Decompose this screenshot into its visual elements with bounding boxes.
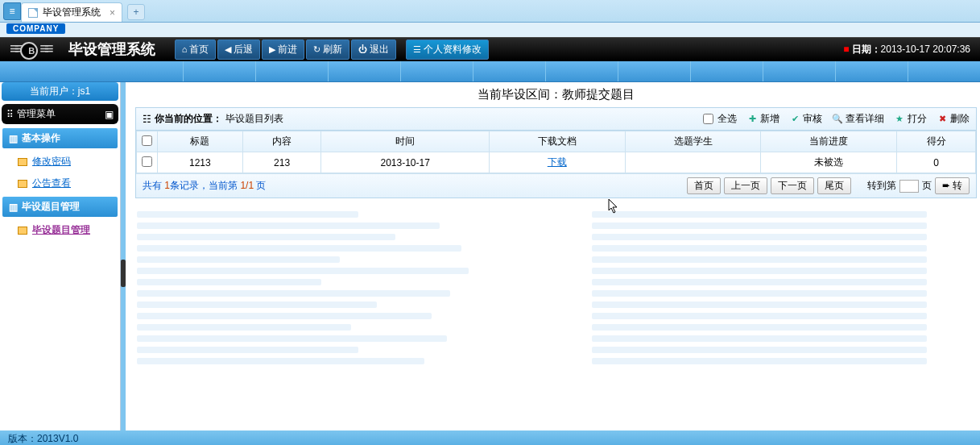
back-icon: ◀	[225, 44, 231, 55]
pager-goto-label: 转到第	[867, 179, 896, 193]
folder-icon	[18, 158, 27, 166]
app-header: ≡≡B≡≡ 毕设管理系统 ⌂首页 ◀后退 ▶前进 ↻刷新 ⏻退出 ☰个人资料修改…	[0, 37, 980, 61]
page-icon	[28, 8, 38, 18]
section-icon: ▥	[9, 202, 18, 213]
window-menu-button[interactable]: ≡	[3, 2, 21, 20]
pager-first[interactable]: 首页	[687, 177, 721, 194]
action-select-all[interactable]: 全选	[703, 112, 737, 126]
download-link[interactable]: 下载	[548, 156, 567, 168]
sub-header	[0, 61, 980, 82]
cell-score: 0	[897, 152, 976, 173]
current-user-badge: 当前用户：js1	[2, 82, 118, 101]
search-icon: 🔍	[832, 114, 843, 125]
list-icon: ☷	[143, 114, 151, 125]
cell-student	[625, 152, 761, 173]
company-tag: COMPANY	[6, 23, 65, 34]
nav-back[interactable]: ◀后退	[217, 40, 260, 60]
col-download: 下载文档	[489, 131, 625, 152]
col-content: 内容	[242, 131, 321, 152]
col-time: 时间	[321, 131, 489, 152]
action-delete[interactable]: ✖删除	[937, 112, 970, 126]
check-icon: ✔	[789, 114, 800, 125]
sidebar-item-password[interactable]: 修改密码	[0, 151, 120, 173]
cell-progress: 未被选	[761, 152, 897, 173]
cell-time: 2013-10-17	[321, 152, 489, 173]
browser-tabstrip: ≡ 毕设管理系统 × +	[0, 0, 980, 23]
forward-icon: ▶	[269, 44, 275, 55]
star-icon: ★	[894, 114, 905, 125]
col-title: 标题	[158, 131, 243, 152]
cell-content: 213	[242, 152, 321, 173]
browser-tab[interactable]: 毕设管理系统 ×	[21, 2, 122, 22]
delete-icon: ✖	[937, 114, 948, 125]
panel-header: ☷ 你当前的位置： 毕设题目列表 全选 ✚新增 ✔审核 🔍查看详细 ★打分 ✖删…	[136, 108, 976, 131]
pin-icon[interactable]: ▣	[105, 109, 114, 120]
nav-refresh[interactable]: ↻刷新	[306, 40, 349, 60]
panel-actions: 全选 ✚新增 ✔审核 🔍查看详细 ★打分 ✖删除	[703, 112, 970, 126]
tab-title: 毕设管理系统	[43, 6, 101, 19]
header-checkbox[interactable]	[142, 135, 152, 146]
nav-bar: ⌂首页 ◀后退 ▶前进 ↻刷新 ⏻退出 ☰个人资料修改	[175, 40, 490, 60]
nav-forward[interactable]: ▶前进	[262, 40, 304, 60]
action-audit[interactable]: ✔审核	[789, 112, 822, 126]
action-detail[interactable]: 🔍查看详细	[832, 112, 884, 126]
pager-prev[interactable]: 上一页	[724, 177, 767, 194]
pager-next[interactable]: 下一页	[771, 177, 814, 194]
pager-go-button[interactable]: ➨ 转	[935, 177, 970, 194]
row-checkbox[interactable]	[142, 156, 152, 167]
refresh-icon: ↻	[313, 44, 320, 55]
profile-icon: ☰	[413, 44, 421, 55]
logo-icon: ≡≡B≡≡	[10, 40, 49, 60]
logo: ≡≡B≡≡ 毕设管理系统	[10, 40, 155, 60]
data-table: 标题 内容 时间 下载文档 选题学生 当前进度 得分 1213 213 2013…	[136, 131, 976, 173]
pager-info: 共有 1条记录，当前第 1/1 页	[143, 179, 266, 193]
list-panel: ☷ 你当前的位置： 毕设题目列表 全选 ✚新增 ✔审核 🔍查看详细 ★打分 ✖删…	[135, 107, 977, 198]
table-header-row: 标题 内容 时间 下载文档 选题学生 当前进度 得分	[137, 131, 976, 152]
folder-icon	[18, 180, 27, 188]
footer-version: 版本：2013V1.0	[8, 433, 78, 444]
main-area: 当前毕设区间：教师提交题目 ☷ 你当前的位置： 毕设题目列表 全选 ✚新增 ✔审…	[126, 82, 980, 445]
company-bar: COMPANY	[0, 23, 980, 37]
power-icon: ⏻	[358, 44, 367, 54]
section-icon: ▥	[9, 133, 18, 144]
sidebar-item-topic-manage[interactable]: 毕设题目管理	[0, 219, 120, 241]
add-icon: ✚	[746, 114, 758, 125]
col-student: 选题学生	[625, 131, 761, 152]
nav-exit[interactable]: ⏻退出	[351, 40, 396, 60]
sidebar-section-basic[interactable]: ▥ 基本操作	[2, 128, 118, 148]
sidebar: 当前用户：js1 ⠿ 管理菜单 ▣ ▥ 基本操作 修改密码 公告查看 ▥ 毕设题…	[0, 82, 121, 445]
grid-icon: ⠿	[6, 109, 14, 120]
placeholder-content	[135, 198, 977, 377]
pager-last[interactable]: 尾页	[817, 177, 851, 194]
new-tab-button[interactable]: +	[127, 4, 145, 20]
folder-icon	[18, 227, 27, 235]
close-icon[interactable]: ×	[110, 7, 115, 19]
breadcrumb: ☷ 你当前的位置： 毕设题目列表	[143, 112, 283, 126]
page-heading: 当前毕设区间：教师提交题目	[135, 84, 977, 107]
sidebar-item-notice[interactable]: 公告查看	[0, 173, 120, 194]
sidebar-section-topic[interactable]: ▥ 毕设题目管理	[2, 197, 118, 217]
cell-title: 1213	[158, 152, 243, 173]
select-all-checkbox[interactable]	[703, 114, 713, 124]
header-date: ■日期：2013-10-17 20:07:36	[843, 43, 970, 56]
sidebar-header: ⠿ 管理菜单 ▣	[2, 104, 118, 124]
action-add[interactable]: ✚新增	[746, 112, 779, 126]
table-row[interactable]: 1213 213 2013-10-17 下载 未被选 0	[137, 152, 976, 173]
nav-home[interactable]: ⌂首页	[175, 40, 217, 60]
col-progress: 当前进度	[761, 131, 897, 152]
pager-page-unit: 页	[922, 179, 932, 193]
action-score[interactable]: ★打分	[894, 112, 927, 126]
nav-profile[interactable]: ☰个人资料修改	[406, 40, 489, 60]
pager-page-input[interactable]	[899, 180, 919, 193]
home-icon: ⌂	[182, 44, 188, 54]
col-score: 得分	[897, 131, 976, 152]
app-title: 毕设管理系统	[68, 40, 155, 59]
pager: 共有 1条记录，当前第 1/1 页 首页 上一页 下一页 尾页 转到第 页 ➨ …	[136, 173, 976, 198]
footer: 版本：2013V1.0	[0, 430, 980, 445]
